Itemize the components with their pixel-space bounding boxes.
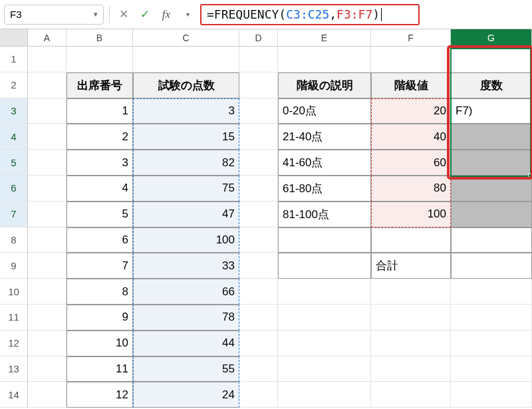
cell[interactable]: 60	[371, 150, 451, 176]
cell[interactable]	[28, 124, 66, 150]
cell[interactable]	[239, 382, 278, 408]
cell[interactable]	[28, 98, 66, 124]
cell[interactable]	[28, 331, 66, 356]
cell[interactable]	[28, 176, 66, 202]
cell[interactable]	[451, 253, 532, 279]
cell[interactable]	[451, 202, 532, 227]
cell[interactable]	[451, 124, 532, 150]
cell[interactable]	[451, 331, 532, 356]
cell[interactable]	[239, 98, 278, 124]
cell[interactable]	[239, 227, 278, 253]
cell[interactable]: 1	[66, 98, 133, 124]
cell[interactable]	[239, 72, 278, 98]
cell-G3[interactable]: F7)	[451, 98, 532, 124]
cell[interactable]: 12	[66, 382, 133, 408]
cell[interactable]: 2	[66, 124, 133, 150]
cell[interactable]	[239, 47, 278, 72]
cell[interactable]: 20	[371, 98, 451, 124]
cell[interactable]: 82	[133, 150, 239, 176]
row-header[interactable]: 8	[0, 227, 28, 253]
cell[interactable]	[451, 176, 532, 202]
row-header[interactable]: 7	[0, 202, 28, 227]
cell[interactable]: 75	[133, 176, 239, 202]
cell[interactable]: 47	[133, 202, 239, 227]
cell[interactable]: 24	[133, 382, 239, 408]
fx-icon[interactable]: fx	[158, 6, 175, 23]
cell[interactable]	[278, 305, 371, 331]
col-header-A[interactable]: A	[28, 29, 66, 46]
cell[interactable]	[133, 47, 239, 72]
cell[interactable]: 61-80点	[278, 176, 371, 202]
cell[interactable]	[451, 305, 532, 331]
cell[interactable]	[371, 47, 451, 72]
cell[interactable]: 78	[133, 305, 239, 331]
cell[interactable]: 10	[66, 331, 133, 356]
cell[interactable]	[371, 305, 451, 331]
select-all-corner[interactable]	[0, 29, 28, 46]
cell[interactable]	[28, 227, 66, 253]
cell[interactable]	[28, 202, 66, 227]
cell[interactable]	[278, 253, 371, 279]
row-header[interactable]: 10	[0, 279, 28, 305]
cell[interactable]: 66	[133, 279, 239, 305]
cell[interactable]	[28, 382, 66, 408]
cell[interactable]: 41-60点	[278, 150, 371, 176]
row-header[interactable]: 11	[0, 305, 28, 331]
cell[interactable]	[28, 253, 66, 279]
cell[interactable]: 6	[66, 227, 133, 253]
cell[interactable]	[371, 356, 451, 382]
cell[interactable]	[239, 150, 278, 176]
cell[interactable]: 4	[66, 176, 133, 202]
cell[interactable]	[451, 227, 532, 253]
cell[interactable]	[239, 305, 278, 331]
header-F[interactable]: 階級値	[371, 72, 451, 98]
cell[interactable]: 7	[66, 253, 133, 279]
header-C[interactable]: 試験の点数	[133, 72, 239, 98]
cell[interactable]	[278, 227, 371, 253]
row-header[interactable]: 2	[0, 72, 28, 98]
row-header[interactable]: 3	[0, 98, 28, 124]
cell[interactable]	[28, 47, 66, 72]
cell[interactable]	[451, 356, 532, 382]
cell[interactable]: 55	[133, 356, 239, 382]
cell[interactable]	[278, 382, 371, 408]
cell[interactable]: 9	[66, 305, 133, 331]
cell[interactable]	[278, 331, 371, 356]
cell[interactable]	[278, 279, 371, 305]
row-header[interactable]: 4	[0, 124, 28, 150]
cell[interactable]	[28, 305, 66, 331]
cell[interactable]	[28, 72, 66, 98]
cell[interactable]: 5	[66, 202, 133, 227]
cell[interactable]: 100	[371, 202, 451, 227]
cell[interactable]	[451, 47, 532, 72]
cell[interactable]	[239, 331, 278, 356]
cell[interactable]: 81-100点	[278, 202, 371, 227]
enter-icon[interactable]: ✓	[136, 6, 154, 23]
header-B[interactable]: 出席番号	[66, 72, 133, 98]
cell[interactable]	[371, 382, 451, 408]
col-header-G[interactable]: G	[451, 29, 532, 46]
cell[interactable]	[239, 356, 278, 382]
row-header[interactable]: 14	[0, 382, 28, 408]
cell[interactable]: 40	[371, 124, 451, 150]
cell[interactable]: 8	[66, 279, 133, 305]
cell[interactable]	[371, 279, 451, 305]
cell[interactable]	[66, 47, 133, 72]
chevron-down-icon[interactable]: ▾	[94, 10, 98, 19]
row-header[interactable]: 6	[0, 176, 28, 202]
col-header-E[interactable]: E	[278, 29, 371, 46]
cell[interactable]	[239, 124, 278, 150]
cell[interactable]: 11	[66, 356, 133, 382]
col-header-F[interactable]: F	[371, 29, 451, 46]
formula-input[interactable]: =FREQUENCY(C3:C25,F3:F7)	[200, 4, 420, 25]
row-header[interactable]: 12	[0, 331, 28, 356]
cell[interactable]: 0-20点	[278, 98, 371, 124]
col-header-C[interactable]: C	[133, 29, 239, 46]
cell[interactable]	[28, 356, 66, 382]
col-header-B[interactable]: B	[66, 29, 133, 46]
header-G[interactable]: 度数	[451, 72, 532, 98]
cell[interactable]	[239, 253, 278, 279]
cell[interactable]	[451, 382, 532, 408]
fx-dropdown-icon[interactable]: ▾	[179, 6, 196, 23]
cell[interactable]	[451, 279, 532, 305]
